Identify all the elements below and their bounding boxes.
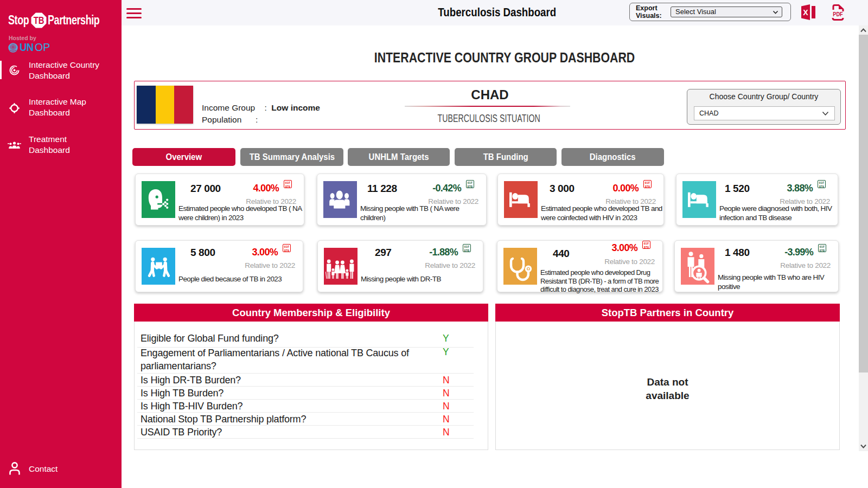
svg-text:TB: TB bbox=[34, 15, 44, 27]
svg-text:X: X bbox=[803, 8, 808, 17]
svg-text:PDF: PDF bbox=[833, 11, 843, 17]
